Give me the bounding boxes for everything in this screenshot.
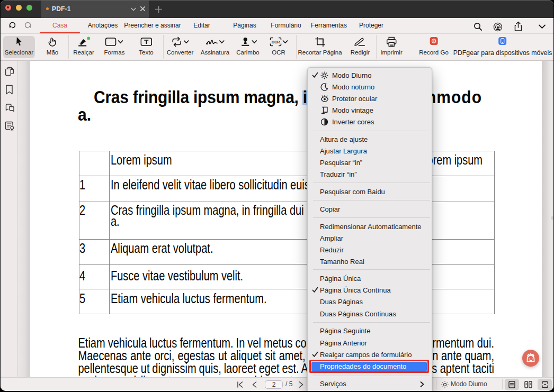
svg-text:OCR: OCR [272, 40, 280, 44]
